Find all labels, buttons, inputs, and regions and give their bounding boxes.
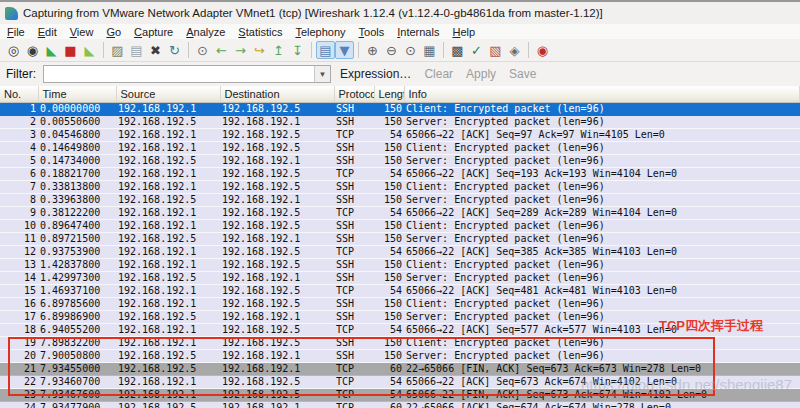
- filter-dropdown-button[interactable]: ▼: [314, 66, 330, 82]
- help-icon[interactable]: ◉: [533, 41, 552, 59]
- list-interfaces-icon[interactable]: ◎: [4, 41, 23, 59]
- open-file-icon[interactable]: ▨: [108, 41, 127, 59]
- menu-analyze[interactable]: Analyze: [186, 26, 225, 38]
- packet-row-20[interactable]: 207.90050800192.168.192.5192.168.192.1SS…: [0, 349, 800, 362]
- packet-row-19[interactable]: 197.89832200192.168.192.1192.168.192.5SS…: [0, 336, 800, 349]
- display-filters-icon[interactable]: ✓: [467, 41, 486, 59]
- toolbar-separator: [443, 42, 444, 58]
- packet-row-10[interactable]: 100.89647400192.168.192.1192.168.192.5SS…: [0, 219, 800, 232]
- auto-scroll-icon[interactable]: ▼: [335, 41, 354, 59]
- preferences-icon[interactable]: ◈: [505, 41, 524, 59]
- menu-edit[interactable]: Edit: [38, 26, 57, 38]
- main-toolbar: ◎◉◣■◣▨▤✖↻⊙←→↪↥↧▤▼⊕⊖⊙▦▩✓▧◈◉: [0, 39, 800, 62]
- toolbar-group: ▤▼: [316, 41, 354, 59]
- menu-file[interactable]: File: [7, 26, 25, 38]
- go-to-packet-icon[interactable]: ↪: [250, 41, 269, 59]
- column-header-protocol[interactable]: Protocol: [334, 86, 374, 102]
- packet-row-2[interactable]: 20.00550600192.168.192.5192.168.192.1SSH…: [0, 115, 800, 128]
- packet-row-23[interactable]: 237.93467600192.168.192.1192.168.192.5TC…: [0, 388, 800, 401]
- toolbar-group: ◎◉◣■◣: [4, 41, 99, 59]
- zoom-100-icon[interactable]: ⊙: [401, 41, 420, 59]
- menu-telephony[interactable]: Telephony: [295, 26, 345, 38]
- filter-save-button[interactable]: Save: [509, 67, 536, 81]
- packet-row-6[interactable]: 60.18821700192.168.192.1192.168.192.5TCP…: [0, 167, 800, 180]
- column-header-source[interactable]: Source: [116, 86, 220, 102]
- packet-row-5[interactable]: 50.14734000192.168.192.5192.168.192.1SSH…: [0, 154, 800, 167]
- filter-input[interactable]: [44, 66, 314, 82]
- window-title: Capturing from VMware Network Adapter VM…: [23, 7, 603, 19]
- menu-tools[interactable]: Tools: [359, 26, 385, 38]
- packet-row-24[interactable]: 247.93477900192.168.192.5192.168.192.1TC…: [0, 401, 800, 408]
- stop-capture-icon[interactable]: ■: [61, 41, 80, 59]
- filter-bar: Filter: ▼ Expression…ClearApplySave: [0, 62, 800, 86]
- packet-row-15[interactable]: 151.46937100192.168.192.1192.168.192.5TC…: [0, 284, 800, 297]
- packet-row-3[interactable]: 30.04546800192.168.192.1192.168.192.5TCP…: [0, 128, 800, 141]
- reload-icon[interactable]: ↻: [165, 41, 184, 59]
- four-way-handshake-annotation: TCP四次挥手过程: [659, 317, 763, 335]
- title-bar: Capturing from VMware Network Adapter VM…: [0, 2, 800, 24]
- packet-list: No.TimeSourceDestinationProtocolLengthIn…: [0, 86, 800, 408]
- start-capture-icon[interactable]: ◣: [42, 41, 61, 59]
- filter-label: Filter:: [6, 67, 36, 81]
- packet-row-1[interactable]: 10.00000000192.168.192.1192.168.192.5SSH…: [0, 102, 800, 115]
- packet-row-12[interactable]: 120.93753900192.168.192.1192.168.192.5TC…: [0, 245, 800, 258]
- column-header-length[interactable]: Length: [374, 86, 404, 102]
- capture-filters-icon[interactable]: ▩: [448, 41, 467, 59]
- toolbar-group: ⊙←→↪↥↧: [193, 41, 307, 59]
- packet-row-8[interactable]: 80.33963800192.168.192.5192.168.192.1SSH…: [0, 193, 800, 206]
- menu-view[interactable]: View: [70, 26, 94, 38]
- wireshark-logo-icon: [5, 7, 18, 20]
- menu-help[interactable]: Help: [452, 26, 475, 38]
- save-file-icon[interactable]: ▤: [127, 41, 146, 59]
- packet-row-4[interactable]: 40.14649800192.168.192.1192.168.192.5SSH…: [0, 141, 800, 154]
- packet-tbody: 10.00000000192.168.192.1192.168.192.5SSH…: [0, 102, 800, 408]
- menu-go[interactable]: Go: [106, 26, 121, 38]
- coloring-rules-icon[interactable]: ▧: [486, 41, 505, 59]
- filter-actions: Expression…ClearApplySave: [340, 67, 549, 81]
- toolbar-group: ⊕⊖⊙▦: [363, 41, 439, 59]
- column-header-destination[interactable]: Destination: [220, 86, 334, 102]
- menu-internals[interactable]: Internals: [397, 26, 439, 38]
- resize-columns-icon[interactable]: ▦: [420, 41, 439, 59]
- toolbar-separator: [103, 42, 104, 58]
- toolbar-group: ▨▤✖↻: [108, 41, 184, 59]
- column-header-no[interactable]: No.: [0, 86, 38, 102]
- close-capture-icon[interactable]: ✖: [146, 41, 165, 59]
- filter-apply-button[interactable]: Apply: [466, 67, 496, 81]
- toolbar-group: ▩✓▧◈: [448, 41, 524, 59]
- toolbar-separator: [528, 42, 529, 58]
- restart-capture-icon[interactable]: ◣: [80, 41, 99, 59]
- menu-capture[interactable]: Capture: [134, 26, 173, 38]
- filter-clear-button[interactable]: Clear: [424, 67, 453, 81]
- go-to-top-icon[interactable]: ↥: [269, 41, 288, 59]
- zoom-in-icon[interactable]: ⊕: [363, 41, 382, 59]
- toolbar-separator: [358, 42, 359, 58]
- packet-row-9[interactable]: 90.38122200192.168.192.1192.168.192.5TCP…: [0, 206, 800, 219]
- zoom-out-icon[interactable]: ⊖: [382, 41, 401, 59]
- packet-row-7[interactable]: 70.33813800192.168.192.1192.168.192.5SSH…: [0, 180, 800, 193]
- menu-statistics[interactable]: Statistics: [238, 26, 282, 38]
- packet-row-14[interactable]: 141.42997300192.168.192.5192.168.192.1SS…: [0, 271, 800, 284]
- go-back-icon[interactable]: ←: [212, 41, 231, 59]
- go-forward-icon[interactable]: →: [231, 41, 250, 59]
- filter-expression-button[interactable]: Expression…: [340, 67, 411, 81]
- filter-combo: ▼: [43, 65, 331, 83]
- find-packet-icon[interactable]: ⊙: [193, 41, 212, 59]
- column-header-time[interactable]: Time: [38, 86, 116, 102]
- packet-row-21[interactable]: 217.93455000192.168.192.5192.168.192.1TC…: [0, 362, 800, 375]
- menu-bar: FileEditViewGoCaptureAnalyzeStatisticsTe…: [0, 24, 800, 39]
- packet-row-16[interactable]: 166.89785600192.168.192.1192.168.192.5SS…: [0, 297, 800, 310]
- colorize-list-icon[interactable]: ▤: [316, 41, 335, 59]
- packet-row-13[interactable]: 131.42837800192.168.192.1192.168.192.5SS…: [0, 258, 800, 271]
- packet-table: No.TimeSourceDestinationProtocolLengthIn…: [0, 86, 800, 408]
- packet-table-header: No.TimeSourceDestinationProtocolLengthIn…: [0, 86, 800, 102]
- go-to-bottom-icon[interactable]: ↧: [288, 41, 307, 59]
- toolbar-group: ◉: [533, 41, 552, 59]
- capture-options-icon[interactable]: ◉: [23, 41, 42, 59]
- packet-row-11[interactable]: 110.89721500192.168.192.5192.168.192.1SS…: [0, 232, 800, 245]
- wireshark-window: Capturing from VMware Network Adapter VM…: [0, 0, 800, 408]
- column-header-info[interactable]: Info: [404, 86, 800, 102]
- toolbar-separator: [188, 42, 189, 58]
- toolbar-separator: [311, 42, 312, 58]
- packet-row-22[interactable]: 227.93460700192.168.192.1192.168.192.5TC…: [0, 375, 800, 388]
